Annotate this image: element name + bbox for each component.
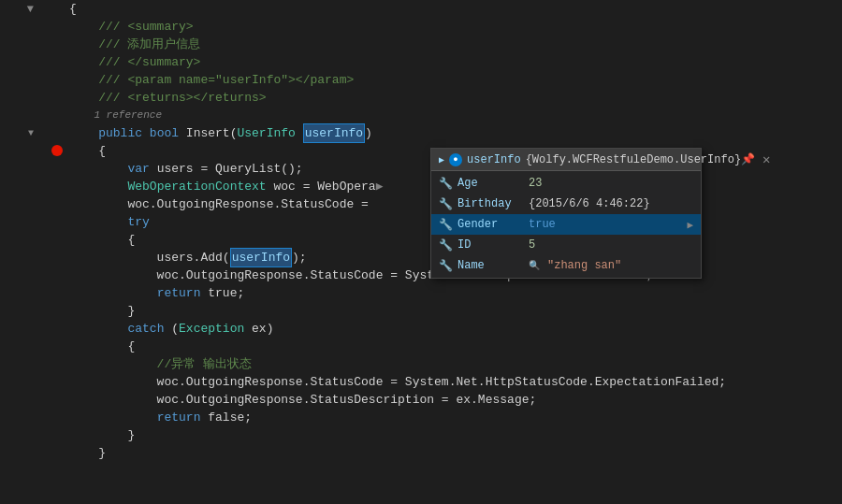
- datatip-title: ▶ ● userInfo {Wolfy.WCFRestfuleDemo.User…: [439, 153, 741, 166]
- field-name-id: ID: [457, 238, 523, 252]
- field-value-gender: true: [529, 218, 681, 231]
- wrench-icon-name: 🔧: [439, 259, 452, 273]
- breakpoint-dot: [51, 145, 63, 156]
- code-line: /// <returns></returns>: [69, 89, 842, 107]
- code-line: {: [69, 338, 842, 355]
- code-line: /// <param name="userInfo"></param>: [69, 71, 842, 89]
- datatip-close-icon[interactable]: ✕: [762, 151, 770, 167]
- field-name-birthday: Birthday: [457, 197, 523, 210]
- fold-icon-2[interactable]: ▼: [28, 128, 34, 138]
- datatip-row-age[interactable]: 🔧 Age 23: [431, 173, 701, 194]
- datatip-pin-icon[interactable]: 📌: [741, 152, 755, 166]
- wrench-icon-id: 🔧: [439, 238, 452, 252]
- datatip-body: 🔧 Age 23 🔧 Birthday {2015/6/6 4:46:22} 🔧…: [431, 171, 701, 278]
- line-numbers-gutter: ▼ ▼: [0, 0, 49, 504]
- code-line: return false;: [69, 409, 842, 426]
- fold-icon-1[interactable]: ▼: [27, 3, 34, 16]
- code-line: }: [69, 426, 842, 444]
- datatip-row-birthday[interactable]: 🔧 Birthday {2015/6/6 4:46:22}: [431, 194, 701, 214]
- code-line: woc.OutgoingResponse.StatusDescription =…: [69, 391, 842, 409]
- field-value-birthday: {2015/6/6 4:46:22}: [529, 197, 693, 210]
- datatip-type: {Wolfy.WCFRestfuleDemo.UserInfo}: [526, 153, 741, 166]
- field-value-id: 5: [529, 238, 693, 252]
- userinfo-add[interactable]: userInfo: [230, 248, 292, 267]
- datatip-collapse-icon[interactable]: ▶: [439, 154, 444, 166]
- code-line: 1 reference: [69, 107, 842, 124]
- field-value-age: 23: [529, 177, 693, 190]
- wrench-icon-age: 🔧: [439, 177, 452, 191]
- datatip-type-icon: ●: [449, 153, 462, 166]
- code-line: }: [69, 302, 842, 320]
- datatip-popup: ▶ ● userInfo {Wolfy.WCFRestfuleDemo.User…: [430, 148, 702, 279]
- code-line: /// </summary>: [69, 53, 842, 71]
- field-name-age: Age: [457, 177, 523, 190]
- code-line: return true;: [69, 284, 842, 302]
- code-line: catch ( Exception ex): [69, 320, 842, 338]
- code-line: //异常 输出状态: [69, 355, 842, 373]
- datatip-row-id[interactable]: 🔧 ID 5: [431, 235, 701, 255]
- field-name-gender: Gender: [457, 218, 523, 231]
- code-line: woc.OutgoingResponse.StatusCode = System…: [69, 373, 842, 391]
- code-line: /// 添加用户信息: [69, 36, 842, 53]
- datatip-varname: userInfo: [467, 153, 521, 166]
- expand-icon-gender[interactable]: ▶: [687, 219, 693, 231]
- userinfo-param[interactable]: userInfo: [303, 123, 365, 143]
- code-line: /// <summary>: [69, 18, 842, 36]
- code-line-insert: public bool Insert( UserInfo userInfo ): [69, 124, 842, 142]
- datatip-header: ▶ ● userInfo {Wolfy.WCFRestfuleDemo.User…: [431, 149, 701, 171]
- datatip-row-gender[interactable]: 🔧 Gender true ▶: [431, 214, 701, 235]
- field-name-name: Name: [457, 259, 523, 272]
- editor-container: ▼ ▼: [0, 0, 842, 504]
- search-icon-name[interactable]: 🔍: [529, 260, 540, 271]
- field-value-name: "zhang san": [547, 259, 693, 272]
- wrench-icon-birthday: 🔧: [439, 197, 452, 211]
- code-line: }: [69, 444, 842, 462]
- datatip-row-name[interactable]: 🔧 Name 🔍 "zhang san": [431, 255, 701, 276]
- code-line: {: [69, 0, 842, 18]
- wrench-icon-gender: 🔧: [439, 218, 452, 232]
